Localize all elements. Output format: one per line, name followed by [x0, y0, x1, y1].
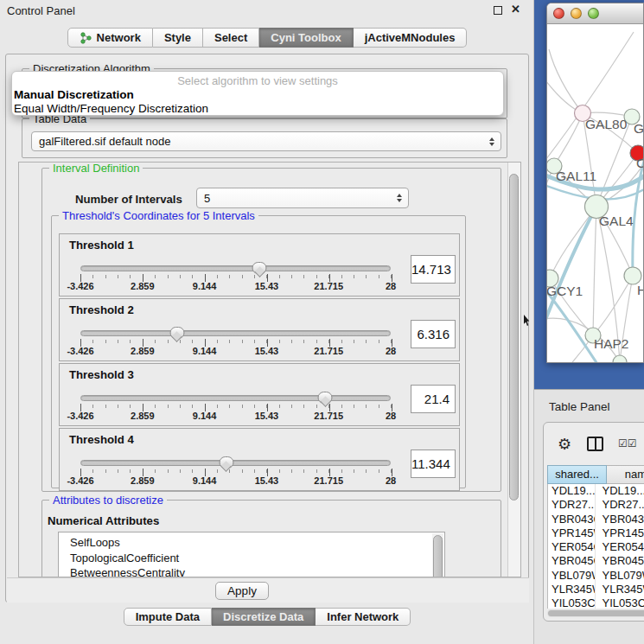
tab-label: Network	[97, 29, 141, 47]
column-checkboxes-icon[interactable]: ☑☑	[618, 437, 637, 450]
threshold-value[interactable]: 11.344	[411, 450, 456, 478]
cell-name[interactable]: YER054C	[596, 540, 644, 554]
cell-name[interactable]: YIL053C	[596, 596, 644, 609]
zoom-green-icon[interactable]	[588, 8, 599, 19]
tick-label: 9.144	[193, 281, 217, 291]
tab-label: Impute Data	[136, 609, 200, 625]
threshold-value[interactable]: 21.4	[411, 385, 456, 413]
tab-discretize-data[interactable]: Discretize Data	[212, 608, 316, 626]
cell-shared-name[interactable]: YBR043C	[548, 513, 596, 526]
cell-name[interactable]: YBR045C	[596, 554, 644, 568]
slider-thumb[interactable]	[318, 392, 333, 404]
table-row[interactable]: YBR043CYBR043C	[548, 513, 644, 526]
bottom-tab-bar: Impute Data Discretize Data Infer Networ…	[0, 608, 534, 626]
tab-label: jActiveMNodules	[365, 29, 456, 47]
table-row[interactable]: YDL19...YDL19...	[548, 484, 644, 498]
slider-track[interactable]	[80, 395, 391, 401]
cell-name[interactable]: YDL19...	[596, 484, 644, 498]
apply-bar: Apply	[7, 577, 529, 603]
group-title: Attributes to discretize	[49, 494, 167, 507]
node[interactable]	[613, 355, 627, 363]
cell-shared-name[interactable]: YBL079W	[548, 569, 596, 583]
threshold-row: Threshold 1 -3.4262.8599.14415.4321.7152…	[59, 233, 460, 296]
threshold-value[interactable]: 6.316	[411, 320, 456, 348]
cell-name[interactable]: YBL079W	[596, 569, 644, 583]
tab-jactivemnodules[interactable]: jActiveMNodules	[354, 28, 468, 48]
table-row[interactable]: YIL053CYIL053C	[548, 596, 644, 609]
tab-style[interactable]: Style	[153, 28, 203, 48]
tab-infer-network[interactable]: Infer Network	[316, 608, 411, 626]
list-scrollbar-thumb[interactable]	[433, 535, 443, 577]
tab-cyni-toolbox[interactable]: Cyni Toolbox	[259, 28, 353, 48]
table-row[interactable]: YPR145WYPR145W	[548, 526, 644, 540]
slider-track[interactable]	[80, 330, 391, 336]
network-window-titlebar[interactable]	[547, 3, 643, 24]
split-columns-icon[interactable]	[587, 437, 603, 451]
threshold-label: Threshold 2	[69, 303, 134, 316]
combo-arrows-icon	[397, 194, 402, 202]
table-hscrollbar-thumb[interactable]	[548, 610, 644, 616]
network-view-window[interactable]: GAL80 G GAL11 GAL4 GCY1 H HAP2 C	[546, 3, 644, 363]
table-row[interactable]: YBR045CYBR045C	[548, 554, 644, 568]
cell-shared-name[interactable]: YIL053C	[548, 596, 596, 609]
table-row[interactable]: YBL079WYBL079W	[548, 569, 644, 583]
cell-name[interactable]: YPR145W	[596, 526, 644, 540]
cell-shared-name[interactable]: YDR27...	[548, 498, 596, 512]
tab-label: Style	[164, 29, 191, 47]
slider-thumb[interactable]	[219, 456, 233, 469]
close-icon[interactable]: ✕	[511, 3, 520, 16]
close-red-icon[interactable]	[553, 8, 564, 19]
table-row[interactable]: YER054CYER054C	[548, 540, 644, 554]
table-hscrollbar[interactable]	[547, 609, 644, 617]
tab-network[interactable]: Network	[67, 28, 153, 48]
tab-label: Discretize Data	[223, 609, 303, 625]
settings-gear-icon[interactable]: ⚙	[558, 435, 571, 454]
threshold-value[interactable]: 14.713	[411, 255, 456, 284]
list-scrollbar[interactable]	[432, 533, 443, 577]
tick-labels: -3.4262.8599.14415.4321.71528	[80, 280, 391, 292]
attribute-item[interactable]: BetweennessCentrality	[59, 565, 444, 577]
node-label: GAL80	[585, 117, 628, 131]
minimize-yellow-icon[interactable]	[571, 8, 582, 19]
slider-track[interactable]	[80, 265, 391, 271]
cell-shared-name[interactable]: YLR345W	[548, 583, 596, 596]
tick-label: 15.43	[255, 475, 279, 486]
cell-name[interactable]: YDR27...	[596, 498, 644, 512]
threshold-label: Threshold 3	[69, 368, 134, 381]
table-row[interactable]: YDR27...YDR27...	[548, 498, 644, 512]
algorithm-option[interactable]: Manual Discretization	[12, 88, 503, 102]
node-label: HAP2	[594, 336, 629, 351]
panel-scrollbar-thumb[interactable]	[509, 174, 519, 501]
float-window-icon[interactable]	[494, 6, 502, 15]
tab-select[interactable]: Select	[203, 28, 259, 48]
cell-shared-name[interactable]: YBR045C	[548, 554, 596, 568]
cell-name[interactable]: YBR043C	[596, 513, 644, 526]
cell-name[interactable]: YLR345W	[596, 583, 644, 596]
column-header-name[interactable]: name	[607, 465, 644, 484]
slider-thumb[interactable]	[252, 262, 267, 274]
tick-label: 21.715	[314, 475, 343, 486]
panel-scrollbar[interactable]	[507, 163, 520, 577]
table-row[interactable]: YLR345WYLR345W	[548, 583, 644, 596]
attribute-item[interactable]: SelfLoops	[59, 532, 444, 551]
cell-shared-name[interactable]: YDL19...	[548, 484, 596, 498]
tab-label: Infer Network	[327, 609, 399, 625]
cell-shared-name[interactable]: YPR145W	[548, 526, 596, 540]
table-data-combo[interactable]: galFiltered.sif default node	[31, 131, 501, 151]
table-header: shared... name	[547, 465, 644, 484]
network-canvas[interactable]: GAL80 G GAL11 GAL4 GCY1 H HAP2 C	[547, 25, 644, 363]
node[interactable]	[624, 267, 641, 284]
tick-labels: -3.4262.8599.14415.4321.71528	[80, 345, 391, 357]
cell-shared-name[interactable]: YER054C	[548, 540, 596, 554]
algorithm-popup-prompt[interactable]: Select algorithm to view settings	[12, 73, 503, 88]
slider-track[interactable]	[80, 460, 391, 466]
numerical-attributes-list[interactable]: SelfLoopsTopologicalCoefficientBetweenne…	[58, 532, 445, 577]
cyni-toolbox-panel: Discretization Algorithm Table Data galF…	[5, 54, 529, 603]
apply-button[interactable]: Apply	[215, 582, 269, 600]
tab-impute-data[interactable]: Impute Data	[124, 608, 212, 626]
algorithm-option[interactable]: Equal Width/Frequency Discretization	[12, 102, 503, 116]
number-of-intervals-combo[interactable]: 5	[196, 188, 409, 208]
attribute-item[interactable]: TopologicalCoefficient	[59, 551, 444, 566]
column-header-shared-name[interactable]: shared...	[547, 465, 607, 484]
slider-thumb[interactable]	[169, 327, 184, 339]
